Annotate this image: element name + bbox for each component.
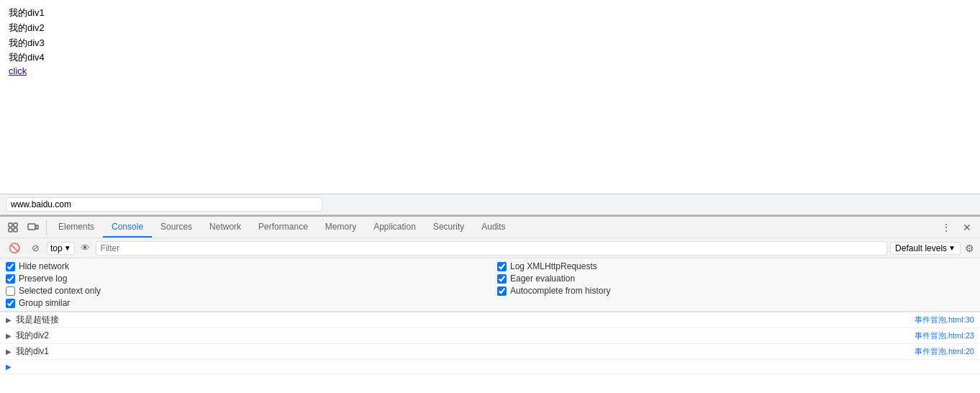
tab-sources[interactable]: Sources [152, 217, 201, 238]
expand-icon: ▶ [6, 332, 12, 340]
expand-icon: ▶ [6, 348, 12, 356]
svg-rect-0 [9, 223, 12, 227]
group-similar-checkbox[interactable] [6, 299, 15, 308]
inspect-element-button[interactable] [3, 219, 23, 236]
selected-context-option[interactable]: Selected context only [6, 286, 483, 296]
div4-text: 我的div4 [9, 50, 971, 66]
device-icon [27, 222, 39, 233]
cursor-icon [7, 222, 19, 233]
autocomplete-history-option[interactable]: Autocomplete from history [497, 286, 974, 296]
log-entry[interactable]: ▶ 我是超链接 事件冒泡.html:30 [0, 312, 980, 328]
eager-eval-option[interactable]: Eager evaluation [497, 274, 974, 284]
block-icon-button[interactable]: ⊘ [27, 240, 44, 256]
svg-rect-2 [9, 228, 12, 232]
log-entry[interactable]: ▶ 我的div1 事件冒泡.html:20 [0, 344, 980, 360]
console-options: Hide network Preserve log Selected conte… [0, 258, 980, 312]
svg-rect-3 [14, 228, 17, 232]
options-left: Hide network Preserve log Selected conte… [6, 261, 483, 308]
eager-eval-checkbox[interactable] [497, 274, 507, 284]
svg-rect-5 [36, 225, 38, 229]
tab-performance[interactable]: Performance [250, 217, 317, 238]
clear-console-button[interactable]: 🚫 [4, 240, 24, 256]
device-toggle-button[interactable] [23, 219, 43, 236]
tab-elements[interactable]: Elements [50, 217, 103, 238]
default-levels-dropdown[interactable]: Default levels ▼ [890, 242, 961, 255]
page-content: 我的div1 我的div2 我的div3 我的div4 click [0, 0, 980, 194]
div2-text: 我的div2 [9, 21, 971, 36]
chevron-down-icon: ▼ [64, 244, 71, 252]
tab-security[interactable]: Security [425, 217, 473, 238]
eye-button[interactable]: 👁 [78, 241, 93, 255]
svg-rect-4 [28, 224, 35, 230]
prompt-arrow-icon: ▶ [6, 363, 12, 371]
filter-input[interactable] [96, 241, 887, 256]
tab-application[interactable]: Application [365, 217, 425, 238]
tab-network[interactable]: Network [201, 217, 250, 238]
tab-memory[interactable]: Memory [317, 217, 365, 238]
expand-icon: ▶ [6, 316, 12, 324]
log-xmlhttp-option[interactable]: Log XMLHttpRequests [497, 261, 974, 271]
tab-audits[interactable]: Audits [473, 217, 514, 238]
toolbar-separator [46, 220, 47, 235]
options-right: Log XMLHttpRequests Eager evaluation Aut… [483, 261, 974, 308]
close-devtools-button[interactable]: ✕ [957, 219, 977, 236]
click-link[interactable]: click [9, 66, 27, 76]
div1-text: 我的div1 [9, 6, 971, 21]
devtools-actions: ⋮ ✕ [935, 219, 977, 236]
url-input[interactable] [6, 197, 322, 212]
console-toolbar: 🚫 ⊘ top ▼ 👁 Default levels ▼ ⚙ [0, 238, 980, 258]
console-log[interactable]: ▶ 我是超链接 事件冒泡.html:30 ▶ 我的div2 事件冒泡.html:… [0, 312, 980, 393]
devtools-panel: Elements Console Sources Network Perform… [0, 215, 980, 393]
log-entry[interactable]: ▶ 我的div2 事件冒泡.html:23 [0, 328, 980, 344]
preserve-log-checkbox[interactable] [6, 274, 15, 284]
log-xmlhttp-checkbox[interactable] [497, 262, 507, 271]
customize-devtools-button[interactable]: ⋮ [935, 219, 957, 236]
settings-gear-button[interactable]: ⚙ [963, 241, 976, 256]
chevron-down-icon: ▼ [948, 244, 956, 252]
devtools-tabs: Elements Console Sources Network Perform… [50, 217, 935, 238]
selected-context-checkbox[interactable] [6, 286, 15, 296]
div3-text: 我的div3 [9, 36, 971, 51]
group-similar-option[interactable]: Group similar [6, 298, 483, 308]
preserve-log-option[interactable]: Preserve log [6, 274, 483, 284]
url-bar [0, 194, 980, 215]
context-selector[interactable]: top ▼ [47, 242, 75, 255]
tab-console[interactable]: Console [103, 217, 152, 238]
autocomplete-history-checkbox[interactable] [497, 286, 507, 296]
hide-network-option[interactable]: Hide network [6, 261, 483, 271]
hide-network-checkbox[interactable] [6, 262, 15, 271]
console-prompt-row[interactable]: ▶ [0, 360, 980, 374]
devtools-toolbar: Elements Console Sources Network Perform… [0, 217, 980, 238]
svg-rect-1 [14, 223, 17, 227]
